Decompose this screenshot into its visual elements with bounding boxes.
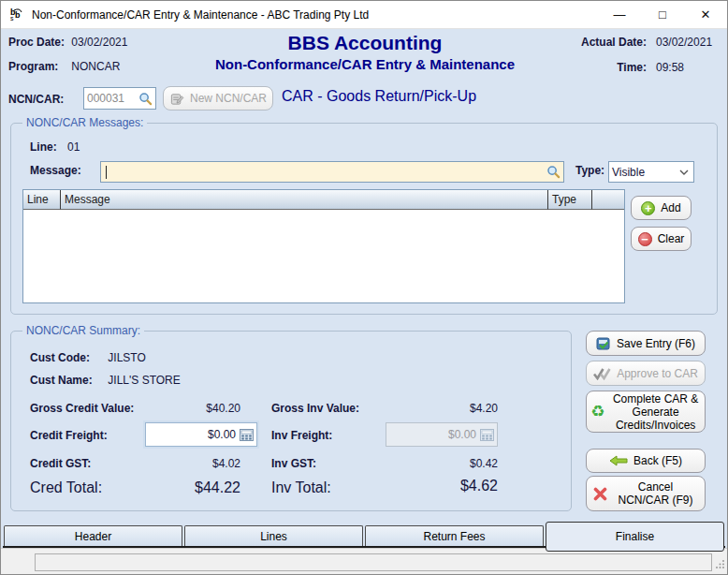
app-subtitle: Non-Conformance/CAR Entry & Maintenance xyxy=(159,54,571,74)
actual-date-value: 03/02/2021 xyxy=(656,36,720,49)
inv-gst-value: $0.42 xyxy=(423,457,498,470)
double-check-icon xyxy=(593,367,611,380)
messages-groupbox: NONC/CAR Messages: Line: 01 Message: Typ… xyxy=(10,123,718,315)
actual-date-label: Actual Date: xyxy=(566,36,647,49)
cancel-x-icon xyxy=(593,487,607,501)
column-header-type[interactable]: Type xyxy=(548,190,592,210)
header-left: Proc Date: 03/02/2021 Program: NONCAR xyxy=(8,36,127,84)
line-label: Line: xyxy=(30,140,57,154)
credit-gst-label: Credit GST: xyxy=(30,457,91,470)
app-title: BBS Accounting xyxy=(159,31,571,54)
cust-name-value: JILL'S STORE xyxy=(108,374,180,387)
back-arrow-icon xyxy=(609,455,628,466)
cust-name-label: Cust Name: xyxy=(30,374,105,387)
calculator-icon-disabled xyxy=(480,429,494,441)
back-button-label: Back (F5) xyxy=(633,454,682,467)
type-select[interactable]: Visible xyxy=(608,161,694,183)
gross-credit-label: Gross Credit Value: xyxy=(30,402,134,415)
ncn-car-number: 000031 xyxy=(87,92,138,105)
cust-code-row: Cust Code: JILSTO xyxy=(30,351,146,364)
resize-grip-icon[interactable] xyxy=(715,559,725,572)
gross-inv-label: Gross Inv Value: xyxy=(271,402,359,415)
program-value: NONCAR xyxy=(71,60,120,73)
inv-freight-value: $0.00 xyxy=(389,428,480,441)
add-button-label: Add xyxy=(661,201,680,214)
new-ncn-car-button[interactable]: New NCN/CAR xyxy=(163,86,273,111)
lookup-icon[interactable] xyxy=(138,92,153,106)
cust-code-value: JILSTO xyxy=(108,351,145,364)
titlebar: b b s Non-Conformance/CAR Entry & Mainte… xyxy=(1,1,727,29)
credit-freight-input[interactable]: $0.00 xyxy=(145,422,257,447)
save-entry-button[interactable]: Save Entry (F6) xyxy=(586,331,706,356)
messages-table-header: Line Message Type xyxy=(23,190,624,210)
proc-date-value: 03/02/2021 xyxy=(71,36,127,49)
program-label: Program: xyxy=(8,60,68,73)
credit-freight-value: $0.00 xyxy=(149,428,240,441)
messages-table[interactable]: Line Message Type xyxy=(22,189,625,303)
column-header-line[interactable]: Line xyxy=(23,190,61,210)
back-button[interactable]: Back (F5) xyxy=(586,449,706,473)
cancel-ncn-car-button[interactable]: Cancel NCN/CAR (F9) xyxy=(586,476,706,511)
column-header-message[interactable]: Message xyxy=(61,190,548,210)
cancel-ncn-car-label: Cancel NCN/CAR (F9) xyxy=(613,480,699,507)
window-title: Non-Conformance/CAR Entry & Maintenance … xyxy=(32,8,369,22)
clear-button-label: Clear xyxy=(658,232,685,245)
window-controls: — □ ✕ xyxy=(598,1,727,28)
actual-date-row: Actual Date: 03/02/2021 xyxy=(566,36,720,49)
inv-freight-label: Inv Freight: xyxy=(271,429,332,442)
tab-lines[interactable]: Lines xyxy=(184,525,363,546)
summary-groupbox: NONC/CAR Summary: Cust Code: JILSTO Cust… xyxy=(10,331,572,511)
time-label: Time: xyxy=(566,61,647,74)
summary-group-title: NONC/CAR Summary: xyxy=(22,324,144,337)
save-icon xyxy=(596,336,611,351)
proc-date-row: Proc Date: 03/02/2021 xyxy=(8,36,127,49)
new-document-icon xyxy=(169,92,184,106)
status-panel xyxy=(35,553,712,571)
messages-table-body[interactable] xyxy=(23,210,624,302)
inv-total-value: $4.62 xyxy=(414,478,498,494)
header-center: BBS Accounting Non-Conformance/CAR Entry… xyxy=(159,31,571,74)
maximize-button[interactable]: □ xyxy=(641,1,684,28)
ncn-car-input[interactable]: 000031 xyxy=(83,87,156,110)
car-mode-title: CAR - Goods Return/Pick-Up xyxy=(282,88,476,105)
gross-inv-value: $4.20 xyxy=(423,402,498,415)
cust-name-row: Cust Name: JILL'S STORE xyxy=(30,374,181,387)
plus-icon: + xyxy=(641,201,655,215)
close-button[interactable]: ✕ xyxy=(684,1,727,28)
calculator-icon[interactable] xyxy=(240,429,254,441)
approve-to-car-button[interactable]: Approve to CAR xyxy=(586,361,706,386)
gross-credit-value: $40.20 xyxy=(166,402,240,415)
complete-car-button[interactable]: ♻ Complete CAR & Generate Credits/Invoic… xyxy=(586,391,706,433)
message-lookup-icon[interactable] xyxy=(546,165,561,179)
line-row: Line: 01 xyxy=(30,140,80,154)
message-label: Message: xyxy=(30,164,81,177)
svg-text:s: s xyxy=(10,15,14,22)
ncn-car-label: NCN/CAR: xyxy=(8,93,64,106)
minus-icon: − xyxy=(638,232,652,246)
minimize-button[interactable]: — xyxy=(598,1,641,28)
proc-date-label: Proc Date: xyxy=(8,36,68,49)
line-value: 01 xyxy=(67,140,80,154)
messages-group-title: NONC/CAR Messages: xyxy=(22,116,147,129)
app-icon: b b s xyxy=(9,7,24,22)
credit-freight-label: Credit Freight: xyxy=(30,429,108,442)
complete-car-label: Complete CAR & Generate Credits/Invoices xyxy=(611,392,701,432)
time-value: 09:58 xyxy=(656,61,720,74)
approve-to-car-label: Approve to CAR xyxy=(617,367,698,380)
message-input[interactable] xyxy=(100,161,564,183)
tab-return-fees[interactable]: Return Fees xyxy=(365,525,544,546)
chevron-down-icon xyxy=(679,170,689,175)
tab-header[interactable]: Header xyxy=(4,525,182,546)
new-ncn-car-label: New NCN/CAR xyxy=(190,92,267,105)
tab-finalise[interactable]: Finalise xyxy=(546,522,724,552)
cred-total-label: Cred Total: xyxy=(30,479,102,496)
clear-button[interactable]: − Clear xyxy=(631,227,692,251)
credit-gst-value: $4.02 xyxy=(166,457,240,470)
header-right: Actual Date: 03/02/2021 Time: 09:58 xyxy=(566,36,720,86)
status-bar xyxy=(1,548,727,574)
column-header-filler xyxy=(592,190,624,210)
bottom-tabstrip: Header Lines Return Fees Finalise xyxy=(3,522,725,549)
add-button[interactable]: + Add xyxy=(631,196,692,220)
cred-total-value: $44.22 xyxy=(156,479,240,496)
inv-gst-label: Inv GST: xyxy=(271,457,316,470)
